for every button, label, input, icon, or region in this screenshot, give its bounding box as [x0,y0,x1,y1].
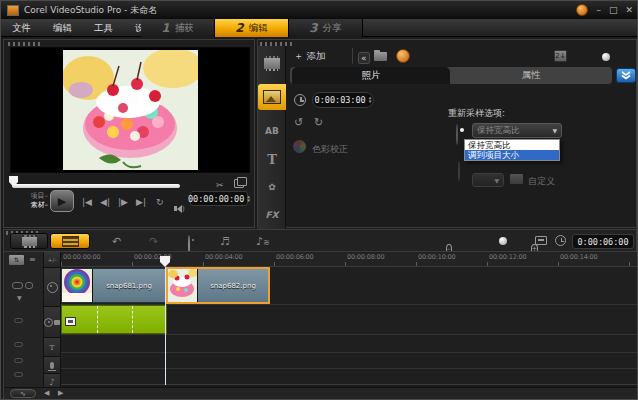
rail-filter-icon[interactable]: FX [258,202,286,228]
music-lock-icon[interactable] [14,372,23,377]
preview-screen [10,47,250,173]
dropdown-option[interactable]: 保持宽高比 [465,140,559,150]
menu-tools[interactable]: 工具 [83,19,124,37]
resample-select[interactable]: 保持宽高比▼ [472,123,562,138]
overlay-clip[interactable] [61,305,167,334]
step-tab-share[interactable]: 3 分享 [289,19,363,37]
resample-radio-2[interactable] [458,161,460,182]
video-track[interactable]: snap681.png snap682.png [61,267,638,305]
rotate-right-icon[interactable]: ↻ [314,116,323,129]
storyboard-view-button[interactable] [10,233,48,249]
menu-edit[interactable]: 编辑 [42,19,83,37]
video-track-icon[interactable] [44,268,61,307]
duration-spinner[interactable]: ▲▼ [369,96,372,104]
tab-attribute[interactable]: 属性 [452,67,610,84]
scroll-right-icon[interactable]: ▶ [58,389,63,397]
voice-track-icon[interactable] [44,357,61,374]
next-frame-icon[interactable]: |▶ [118,196,128,208]
clip-name: snap681.png [93,282,165,290]
resample-radio-1[interactable] [456,124,458,145]
instant-project-icon[interactable] [396,49,410,63]
voice-lock-icon[interactable] [14,358,23,363]
ripple-dropdown-icon[interactable]: ▼ [17,294,22,301]
timeline-clock-icon [555,235,566,246]
playhead-line[interactable] [165,267,166,385]
duration-clock-icon [294,94,306,106]
split-scissors-icon[interactable]: ✂ [216,179,224,191]
close-button[interactable]: ✕ [625,5,633,15]
home-frame-icon[interactable]: |◀ [82,196,92,208]
step-tab-capture[interactable]: 1 捕获 [141,19,215,37]
track-add-remove[interactable]: +/- [44,252,61,268]
fit-zoom-pill-button[interactable]: ∿ [10,389,36,398]
photo-duration-field[interactable]: 0:00:03:00 ▲▼ [312,92,374,108]
color-correction-label[interactable]: 色彩校正 [312,143,348,156]
track-manager-icon[interactable]: ⇅ [9,255,24,265]
sort-icon[interactable]: 2↓ [554,50,567,62]
app-icon [7,5,19,16]
preview-timecode[interactable]: 00:00:00:00 ▲▼ [190,191,248,206]
resample-dropdown-list: 保持宽高比 调到项目大小 [464,139,560,161]
auto-music-icon[interactable]: ♪≋ [256,235,270,248]
scroll-left-icon[interactable]: ◀ [44,389,49,397]
title-track-icon[interactable]: T [44,338,61,357]
ripple-edit-icons[interactable] [12,282,33,289]
maximize-button[interactable]: □ [609,5,618,15]
clip-snap682-selected[interactable]: snap682.png [166,267,270,304]
rail-graphic-icon[interactable]: ✿ [258,174,286,200]
timeline-playhead-handle[interactable] [160,256,170,267]
library-toolbar: ＋ 添加 « 2↓ [294,48,634,66]
title-track[interactable] [61,335,638,353]
panel-drag-handle[interactable] [8,42,42,46]
project-mode-label[interactable]: 项目– [24,192,48,201]
track-list-icon[interactable]: ≡ [29,255,41,265]
timeline-view-button[interactable] [50,233,90,249]
folder-icon[interactable] [374,52,387,61]
overlay-lock-icon[interactable] [14,318,23,323]
title-lock-icon[interactable] [14,342,23,347]
rail-photo-icon[interactable] [258,84,286,110]
overlay-track[interactable] [61,305,638,335]
menu-bar: 文件 编辑 工具 设置 1 捕获 2 编辑 3 分享 [1,19,638,37]
rail-title-icon[interactable]: T [258,146,286,172]
expand-library-icon[interactable] [616,68,636,83]
music-track[interactable] [61,369,638,385]
step-tab-edit[interactable]: 2 编辑 [215,19,289,37]
slider-thumb[interactable] [602,53,610,61]
add-button[interactable]: ＋ 添加 [294,50,326,63]
rail-transition-icon[interactable]: AB [258,118,286,144]
clip-name: snap682.png [198,282,268,290]
prev-frame-icon[interactable]: ◀| [100,196,110,208]
repeat-icon[interactable]: ↻ [156,196,164,208]
custom-size-select[interactable]: ▼ [472,173,504,187]
redo-icon[interactable]: ↷ [149,235,158,248]
color-correction-icon[interactable] [293,140,306,153]
dropdown-option-highlighted[interactable]: 调到项目大小 [465,150,559,160]
clip-mode-label[interactable]: 素材– [24,201,48,210]
mode-labels: 项目– 素材– [24,192,48,210]
scrubber-track[interactable] [12,184,180,188]
tab-photo[interactable]: 照片 [292,67,450,84]
timeline-ruler[interactable]: 00:00:00:00 00:00:02:00 00:00:04:00 00:0… [61,252,638,267]
minimize-button[interactable]: – [596,5,601,15]
rotate-left-icon[interactable]: ↺ [294,116,303,129]
voice-track[interactable] [61,353,638,369]
clip-snap681[interactable]: snap681.png [61,268,166,303]
help-badge-icon[interactable] [576,4,588,16]
collapse-icon[interactable]: « [358,52,370,64]
zoom-slider-thumb[interactable] [499,237,507,245]
title-bar: Corel VideoStudio Pro - 未命名 – □ ✕ [1,1,638,19]
volume-icon[interactable]: ) [174,198,185,217]
fit-project-icon[interactable] [535,236,547,245]
end-frame-icon[interactable]: ▶| [136,196,146,208]
sound-mixer-icon[interactable]: ♬ [220,235,230,248]
rail-media-icon[interactable] [258,50,286,76]
enlarge-preview-icon[interactable] [234,179,244,188]
overlay-track-icon[interactable] [44,307,61,338]
play-button[interactable]: ▶ [50,190,74,212]
timecode-spinner[interactable]: ▲▼ [247,195,250,203]
undo-icon[interactable]: ↶ [112,235,121,248]
timeline-duration[interactable]: 0:00:06:00 [572,234,634,249]
menu-file[interactable]: 文件 [1,19,42,37]
custom-label: 自定义 [528,175,555,188]
